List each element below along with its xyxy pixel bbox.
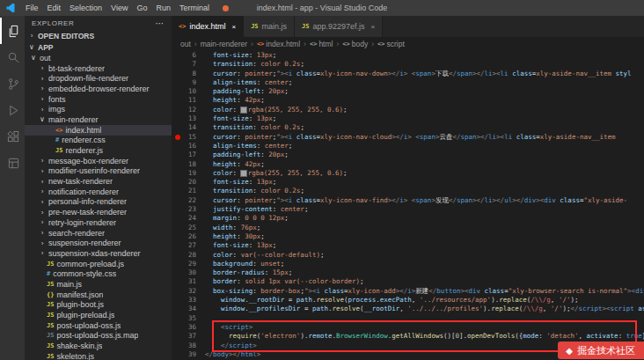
file-main.js[interactable]: JSmain.js [25,279,172,290]
code-line-26[interactable]: 26 height: 30px; [172,232,644,241]
line-number[interactable]: 28 [172,251,205,260]
folder-dropdown-file-renderer[interactable]: ›dropdown-file-renderer [25,73,172,84]
tab-app.92297ef.js[interactable]: JSapp.92297ef.js× [295,16,383,37]
code-line-23[interactable]: 23 justify-content: center; [172,205,644,214]
file-manifest.json[interactable]: {}manifest.json [25,290,172,300]
file-index.html[interactable]: <>index.html [25,125,172,136]
code-line-19[interactable]: 19 color: rgba(255, 255, 255, 0.6); [172,169,644,178]
code-line-30[interactable]: 30 border-radius: 15px; [172,268,644,277]
file-shake-skin.js[interactable]: JSshake-skin.js [25,341,172,351]
line-number[interactable]: 6 [172,51,205,60]
code-line-15[interactable]: 15 cursor: pointer;"><i class=xly-icon-n… [172,133,644,142]
breadcrumb-item-out[interactable]: out [180,40,191,48]
folder-out[interactable]: ∨out [25,53,172,63]
line-number[interactable]: 27 [172,241,205,250]
folder-suspension-xdas-renderer[interactable]: ›suspension-xdas-renderer [25,248,172,259]
breadcrumb-item-script[interactable]: <>script [377,40,405,48]
line-number[interactable]: 26 [172,232,205,241]
tab-main.js[interactable]: JSmain.js [244,16,295,37]
file-renderer.css[interactable]: #renderer.css [25,136,172,146]
folder-search-renderer[interactable]: ›search-renderer [25,228,172,239]
code-line-9[interactable]: 9 align-items: center; [172,78,644,87]
code-line-17[interactable]: 17 padding-left: 20px; [172,151,644,159]
code-line-36[interactable]: 36 <script> [172,323,644,332]
line-number[interactable]: 37 [172,332,205,341]
line-number[interactable]: 34 [172,305,205,313]
breadcrumb-item-html[interactable]: <>html [310,40,333,48]
more-actions-icon[interactable]: ⋯ [155,18,165,28]
line-number[interactable]: 29 [172,260,205,268]
code-line-35[interactable]: 35 [172,314,644,323]
code-line-24[interactable]: 24 margin: 0 0 0 12px; [172,214,644,223]
line-number[interactable]: 30 [172,268,205,277]
file-skeleton.js[interactable]: JSskeleton.js [25,351,172,360]
code-line-27[interactable]: 27 font-size: 13px; [172,241,644,250]
window-layout-icon[interactable] [0,150,25,176]
line-number[interactable]: 21 [172,187,205,195]
line-number[interactable]: 24 [172,214,205,223]
line-number[interactable]: 19 [172,169,205,178]
code-line-31[interactable]: 31 border: solid 1px var(--color-border)… [172,277,644,286]
code-line-6[interactable]: 6 font-size: 13px; [172,51,644,60]
folder-pre-new-task-renderer[interactable]: ›pre-new-task-renderer [25,207,172,217]
line-number[interactable]: 23 [172,205,205,214]
breadcrumb-item-main-renderer[interactable]: main-renderer [201,40,247,48]
extensions-icon[interactable] [0,123,25,150]
folder-notification-renderer[interactable]: ›notification-renderer [25,187,172,197]
line-number[interactable]: 32 [172,287,205,296]
file-plugin-preload.js[interactable]: JSplugin-preload.js [25,310,172,320]
menu-go[interactable]: Go [132,4,151,12]
folder-personal-info-renderer[interactable]: ›personal-info-renderer [25,197,172,208]
line-number[interactable]: 7 [172,60,205,69]
line-number[interactable]: 39 [172,350,205,359]
source-control-icon[interactable] [0,70,25,97]
code-line-28[interactable]: 28 color: var(--color-default); [172,251,644,260]
folder-suspension-renderer[interactable]: ›suspension-renderer [25,238,172,248]
file-plugin-boot.js[interactable]: JSplugin-boot.js [25,300,172,311]
line-number[interactable]: 10 [172,87,205,96]
tab-index.html[interactable]: <>index.html× [172,16,244,37]
folder-retry-login-renderer[interactable]: ›retry-login-renderer [25,217,172,228]
code-line-33[interactable]: 33 window.__rootDir = path.resolve(proce… [172,296,644,305]
file-common-style.css[interactable]: #common-style.css [25,268,172,279]
folder-bt-task-renderer[interactable]: ›bt-task-renderer [25,63,172,74]
file-post-upload-oss.js.map[interactable]: JSpost-upload-oss.js.map [25,331,172,342]
breadcrumb-item-body[interactable]: <>body [342,40,368,48]
code-line-12[interactable]: 12 color: rgba(255, 255, 255, 0.6); [172,106,644,114]
open-editors-section[interactable]: › OPEN EDITORS [25,30,172,41]
code-line-18[interactable]: 18 height: 42px; [172,160,644,169]
code-line-22[interactable]: 22 cursor: pointer;"><i class=xly-icon-n… [172,196,644,205]
close-icon[interactable]: × [231,23,236,31]
line-number[interactable]: 8 [172,70,205,78]
menu-file[interactable]: File [21,4,43,12]
folder-new-task-renderer[interactable]: ›new-task-renderer [25,176,172,187]
search-icon[interactable] [0,44,25,70]
line-number[interactable]: 13 [172,114,205,123]
line-number[interactable]: 25 [172,224,205,232]
code-line-37[interactable]: 37 require('electron').remote.BrowserWin… [172,332,644,341]
code-line-16[interactable]: 16 align-items: center; [172,142,644,151]
file-renderer.js[interactable]: JSrenderer.js [25,145,172,156]
line-number[interactable]: 14 [172,123,205,132]
code-line-10[interactable]: 10 padding-left: 20px; [172,87,644,96]
line-number[interactable]: 36 [172,323,205,332]
code-line-14[interactable]: 14 transition: color 0.2s; [172,123,644,132]
code-line-34[interactable]: 34 window.__profilesDir = path.resolve(_… [172,305,644,313]
close-icon[interactable]: × [371,23,376,31]
line-number[interactable]: 17 [172,151,205,159]
line-number[interactable]: 12 [172,106,205,114]
code-line-7[interactable]: 7 transition: color 0.2s; [172,60,644,69]
code-line-11[interactable]: 11 height: 42px; [172,96,644,105]
app-section[interactable]: ∨ APP [25,41,172,53]
breakpoint-dot[interactable] [175,135,180,140]
line-number[interactable]: 16 [172,142,205,151]
line-number[interactable]: 11 [172,96,205,105]
folder-embedded-browser-renderer[interactable]: ›embedded-browser-renderer [25,84,172,94]
menu-view[interactable]: View [106,4,132,12]
line-number[interactable]: 35 [172,314,205,323]
folder-message-box-renderer[interactable]: ›message-box-renderer [25,156,172,166]
folder-main-renderer[interactable]: ∨main-renderer [25,114,172,125]
breadcrumb-item-index.html[interactable]: <>index.html [257,40,300,48]
menu-run[interactable]: Run [151,4,175,12]
code-line-21[interactable]: 21 transition: color 0.2s; [172,187,644,195]
